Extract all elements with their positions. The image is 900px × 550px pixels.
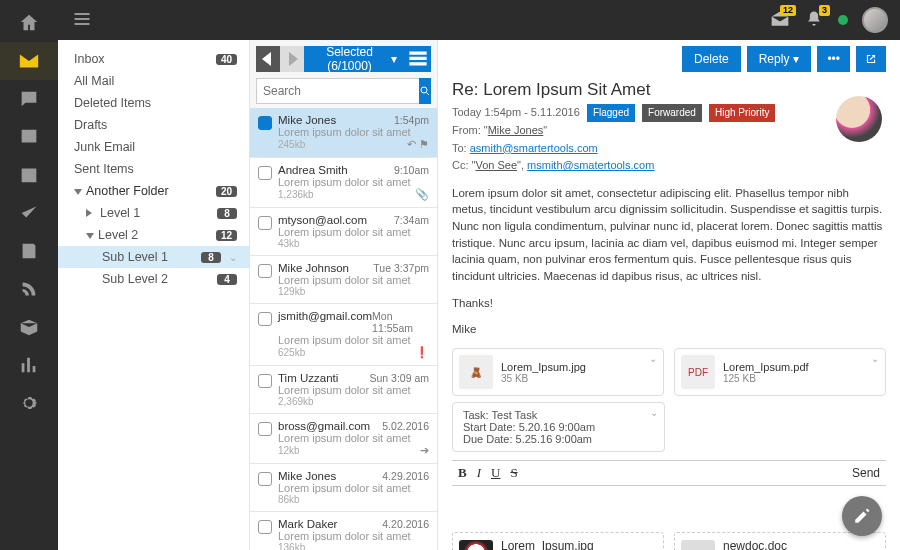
message-checkbox[interactable]	[258, 264, 272, 278]
message-preview: Lorem ipsum dolor sit amet	[278, 126, 429, 138]
message-item[interactable]: Mike Jones4.29.2016Lorem ipsum dolor sit…	[250, 464, 437, 512]
topbar-notifications[interactable]: 3	[804, 9, 824, 32]
italic-button[interactable]: I	[477, 465, 481, 481]
message-item[interactable]: Andrea Smith9:10amLorem ipsum dolor sit …	[250, 158, 437, 208]
message-checkbox[interactable]	[258, 520, 272, 534]
message-checkbox[interactable]	[258, 116, 272, 130]
search-input[interactable]	[256, 78, 419, 104]
from-name[interactable]: Mike Jones	[488, 124, 544, 136]
message-checkbox[interactable]	[258, 374, 272, 388]
message-checkbox[interactable]	[258, 472, 272, 486]
chevron-down-icon[interactable]: ⌄	[871, 353, 879, 364]
message-item[interactable]: jsmith@gmail.comMon 11:55amLorem ipsum d…	[250, 304, 437, 366]
triangle-left-icon	[256, 47, 280, 71]
folder-another[interactable]: Another Folder20	[58, 180, 249, 202]
task-card[interactable]: Task: Test Task Start Date: 5.20.16 9:00…	[452, 402, 665, 452]
compose-textarea[interactable]	[452, 486, 886, 532]
message-preview: Lorem ipsum dolor sit amet	[278, 226, 429, 238]
folder-sublevel1[interactable]: Sub Level 18⌄	[58, 246, 249, 268]
nav-settings[interactable]	[0, 384, 58, 422]
chevron-down-icon[interactable]: ⌄	[795, 546, 805, 550]
folder-deleted[interactable]: Deleted Items	[58, 92, 249, 114]
message-from: Mike Johnson	[278, 262, 349, 274]
message-size: 12kb	[278, 445, 300, 456]
message-checkbox[interactable]	[258, 422, 272, 436]
message-signature: Mike	[452, 321, 886, 338]
attachment-2[interactable]: PDF Lorem_Ipsum.pdf125 KB ⌄	[674, 348, 886, 396]
nav-chat[interactable]	[0, 80, 58, 118]
attachment-1[interactable]: 🧸 Lorem_Ipsum.jpg35 KB ⌄	[452, 348, 664, 396]
folder-drafts[interactable]: Drafts	[58, 114, 249, 136]
message-item[interactable]: Mike JohnsonTue 3:37pmLorem ipsum dolor …	[250, 256, 437, 304]
strike-button[interactable]: S	[510, 465, 517, 481]
nav-rss[interactable]	[0, 270, 58, 308]
message-item[interactable]: Tim UzzantiSun 3:09 amLorem ipsum dolor …	[250, 366, 437, 414]
message-item[interactable]: Mike Jones1:54pmLorem ipsum dolor sit am…	[250, 108, 437, 158]
underline-button[interactable]: U	[491, 465, 500, 481]
folder-level2[interactable]: Level 212	[58, 224, 249, 246]
message-checkbox[interactable]	[258, 216, 272, 230]
sender-avatar	[836, 96, 882, 142]
presence-indicator[interactable]	[838, 15, 848, 25]
folder-junk[interactable]: Junk Email	[58, 136, 249, 158]
tag-flagged: Flagged	[587, 104, 635, 122]
message-size: 86kb	[278, 494, 300, 505]
list-layout-icon	[405, 46, 431, 72]
selection-dropdown[interactable]: Selected (6/1000)▾	[304, 46, 405, 72]
folder-level1[interactable]: Level 18	[58, 202, 249, 224]
cc-name[interactable]: Von See	[475, 159, 517, 171]
search-button[interactable]	[419, 78, 431, 104]
contacts-icon	[18, 126, 40, 148]
reply-button[interactable]: Reply▾	[747, 46, 812, 72]
send-button[interactable]: Send	[852, 466, 880, 480]
nav-calendar[interactable]	[0, 156, 58, 194]
list-prev-button[interactable]	[256, 46, 280, 72]
to-address[interactable]: asmith@smartertools.com	[470, 142, 598, 154]
message-item[interactable]: mtyson@aol.com7:34amLorem ipsum dolor si…	[250, 208, 437, 256]
message-size: 2,369kb	[278, 396, 314, 407]
menu-toggle[interactable]	[72, 9, 92, 32]
folder-tree: Inbox40 All Mail Deleted Items Drafts Ju…	[58, 40, 250, 550]
nav-mail[interactable]	[0, 42, 58, 80]
compose-fab[interactable]	[842, 496, 882, 536]
nav-files[interactable]	[0, 308, 58, 346]
nav-home[interactable]	[0, 4, 58, 42]
folder-inbox[interactable]: Inbox40	[58, 48, 249, 70]
delete-button[interactable]: Delete	[682, 46, 741, 72]
nav-reports[interactable]	[0, 346, 58, 384]
nav-notes[interactable]	[0, 232, 58, 270]
message-preview: Lorem ipsum dolor sit amet	[278, 384, 429, 396]
popout-button[interactable]	[856, 46, 886, 72]
chevron-down-icon[interactable]: ⌄	[602, 546, 612, 550]
list-next-button[interactable]	[280, 46, 304, 72]
message-time: Tue 3:37pm	[373, 262, 429, 274]
topbar-mail[interactable]: 12	[770, 9, 790, 32]
rss-icon	[18, 278, 40, 300]
chevron-down-icon[interactable]: ⌄	[649, 353, 657, 364]
folder-all-mail[interactable]: All Mail	[58, 70, 249, 92]
folder-sent[interactable]: Sent Items	[58, 158, 249, 180]
bold-button[interactable]: B	[458, 465, 467, 481]
svg-point-0	[421, 87, 427, 93]
caret-down-icon: ▾	[793, 52, 799, 66]
user-avatar[interactable]	[862, 7, 888, 33]
message-time: 1:54pm	[394, 114, 429, 126]
folder-sublevel2[interactable]: Sub Level 24	[58, 268, 249, 290]
message-item[interactable]: Mark Daker4.20.2016Lorem ipsum dolor sit…	[250, 512, 437, 550]
nav-contacts[interactable]	[0, 118, 58, 156]
notif-badge: 3	[819, 5, 830, 16]
popout-icon	[864, 52, 878, 66]
layout-toggle-button[interactable]	[405, 46, 431, 72]
cc-address[interactable]: msmith@smatertools.com	[527, 159, 654, 171]
message-checkbox[interactable]	[258, 166, 272, 180]
message-item[interactable]: bross@gmail.com5.02.2016Lorem ipsum dolo…	[250, 414, 437, 464]
more-actions-button[interactable]: •••	[817, 46, 850, 72]
message-checkbox[interactable]	[258, 312, 272, 326]
message-size: 625kb	[278, 347, 305, 358]
gear-icon	[18, 392, 40, 414]
compose-attachment-1[interactable]: Lorem_Ipsum.jpg35 KB ⌄	[452, 532, 664, 550]
message-size: 136kb	[278, 542, 305, 550]
nav-tasks[interactable]	[0, 194, 58, 232]
chevron-down-icon[interactable]: ⌄	[650, 407, 658, 418]
compose-attachment-2[interactable]: newdoc.doc125 KB ⌄	[674, 532, 886, 550]
